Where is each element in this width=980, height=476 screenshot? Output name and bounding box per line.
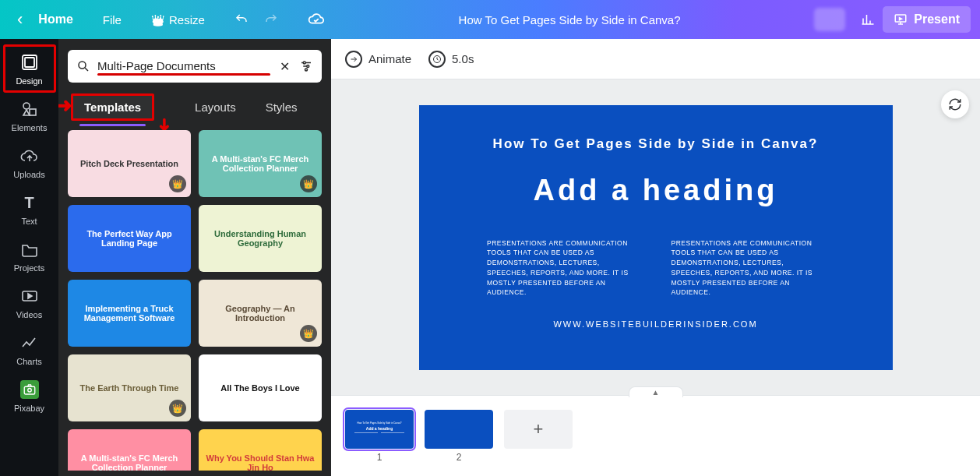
template-grid: Pitch Deck Presentation👑A Multi-stan's F… (68, 130, 322, 471)
pro-badge-icon: 👑 (300, 325, 317, 342)
cloud-sync-button[interactable] (300, 6, 333, 33)
template-card[interactable]: Implementing a Truck Management Software (68, 280, 191, 347)
rail-label: Charts (16, 357, 41, 366)
present-button[interactable]: Present (883, 6, 971, 33)
home-button[interactable]: Home (30, 8, 80, 31)
rail-projects[interactable]: Projects (4, 232, 55, 279)
page-thumb-1[interactable]: How To Get Pages Side by Side in Canva? … (345, 410, 414, 449)
chevron-left-icon (17, 11, 23, 28)
template-card[interactable]: All The Boys I Love (199, 354, 322, 421)
template-card[interactable]: The Earth Through Time👑 (68, 354, 191, 421)
chart-line-icon (20, 333, 39, 352)
rail-charts[interactable]: Charts (4, 326, 55, 372)
slide-footer-url[interactable]: WWW.WEBSITEBUILDERINSIDER.COM (553, 319, 757, 329)
filter-icon[interactable] (298, 58, 314, 74)
insights-button[interactable] (853, 8, 883, 31)
tab-templates[interactable]: Templates (71, 93, 154, 121)
add-page-button[interactable]: + (504, 410, 573, 449)
search-input[interactable] (97, 59, 245, 72)
redo-button[interactable] (256, 8, 286, 31)
template-title: The Perfect Way App Landing Page (72, 229, 186, 248)
template-card[interactable]: Why You Should Stan Hwa Jin Ho (199, 429, 322, 471)
template-search[interactable] (68, 50, 322, 83)
template-card[interactable]: A Multi-stan's FC Merch Collection Plann… (68, 429, 191, 471)
template-card[interactable]: Understanding Human Geography (199, 205, 322, 272)
template-title: A Multi-stan's FC Merch Collection Plann… (72, 453, 186, 471)
animate-button[interactable]: Animate (345, 51, 411, 68)
page-thumb-2[interactable] (425, 410, 493, 449)
rail-elements[interactable]: Elements (4, 92, 55, 139)
duration-label: 5.0s (452, 52, 474, 65)
shuffle-layout-button[interactable] (941, 90, 969, 118)
design-icon (20, 53, 39, 72)
present-label: Present (914, 12, 960, 26)
svg-rect-6 (24, 386, 35, 394)
rail-pixabay[interactable]: Pixabay (4, 372, 55, 419)
template-title: Geography — An Introduction (203, 304, 317, 323)
duration-button[interactable]: 5.0s (428, 51, 474, 68)
page-number-1: 1 (377, 452, 382, 463)
template-title: All The Boys I Love (220, 383, 299, 393)
slide-body-left[interactable]: PRESENTATIONS ARE COMMUNICATION TOOLS TH… (487, 238, 640, 298)
slide-body-columns[interactable]: PRESENTATIONS ARE COMMUNICATION TOOLS TH… (487, 238, 824, 298)
rail-design[interactable]: Design (4, 45, 55, 92)
rail-text[interactable]: T Text (4, 185, 55, 232)
top-header: Home File Resize How To Get Pages Side b… (0, 0, 980, 39)
canvas-stage[interactable]: How To Get Pages Side by Side in Canva? … (331, 79, 980, 395)
present-icon (894, 12, 908, 26)
clock-icon (428, 51, 446, 68)
slide-subtitle[interactable]: How To Get Pages Side by Side in Canva? (493, 136, 819, 152)
cloud-check-icon (308, 11, 325, 28)
svg-rect-2 (25, 58, 34, 67)
template-title: Pitch Deck Presentation (80, 159, 178, 168)
svg-point-3 (23, 103, 30, 109)
refresh-icon (948, 97, 962, 111)
slide[interactable]: How To Get Pages Side by Side in Canva? … (419, 105, 893, 370)
document-title[interactable]: How To Get Pages Side by Side in Canva? (333, 13, 806, 26)
page-strip: ▲ How To Get Pages Side by Side in Canva… (331, 395, 980, 476)
template-card[interactable]: Pitch Deck Presentation👑 (68, 130, 191, 197)
undo-button[interactable] (227, 8, 256, 31)
rail-label: Pixabay (14, 404, 44, 413)
search-icon (76, 58, 91, 74)
video-icon (20, 287, 39, 305)
rail-label: Text (21, 217, 37, 226)
slide-heading[interactable]: Add a heading (534, 174, 778, 207)
bar-chart-icon (861, 12, 875, 26)
back-button[interactable] (9, 6, 30, 33)
file-menu[interactable]: File (95, 9, 129, 31)
canvas-area: Animate 5.0s How To Get Pages Side by Si… (331, 39, 980, 476)
rail-label: Projects (14, 263, 45, 273)
text-icon: T (20, 193, 39, 212)
camera-icon (20, 380, 39, 399)
template-title: Why You Should Stan Hwa Jin Ho (203, 453, 317, 471)
svg-point-8 (79, 62, 86, 69)
design-panel: ➜ Templates ➜ Layouts Styles Pitch Deck … (58, 39, 331, 476)
tab-layouts[interactable]: Layouts (184, 96, 247, 118)
expand-strip-handle[interactable]: ▲ (629, 386, 683, 397)
redo-icon (264, 12, 278, 26)
animate-label: Animate (368, 52, 411, 65)
page-thumbnails: How To Get Pages Side by Side in Canva? … (345, 410, 966, 463)
svg-point-10 (307, 65, 309, 68)
resize-button[interactable]: Resize (143, 9, 213, 31)
page-number-2: 2 (457, 452, 462, 463)
clear-search-icon[interactable] (277, 58, 292, 74)
tab-styles[interactable]: Styles (255, 96, 308, 118)
rail-uploads[interactable]: Uploads (4, 139, 55, 185)
rail-label: Uploads (13, 170, 44, 179)
pro-badge-icon: 👑 (169, 400, 186, 417)
slide-body-right[interactable]: PRESENTATIONS ARE COMMUNICATION TOOLS TH… (672, 238, 824, 298)
template-title: Implementing a Truck Management Software (72, 304, 186, 323)
template-card[interactable]: The Perfect Way App Landing Page (68, 205, 191, 272)
panel-tabs: Templates ➜ Layouts Styles (71, 93, 319, 121)
canvas-toolbar: Animate 5.0s (331, 39, 980, 79)
crown-icon (151, 13, 164, 26)
rail-videos[interactable]: Videos (4, 279, 55, 326)
template-title: The Earth Through Time (80, 383, 179, 393)
template-card[interactable]: A Multi-stan's FC Merch Collection Plann… (199, 130, 322, 197)
avatar[interactable] (814, 8, 845, 31)
template-card[interactable]: Geography — An Introduction👑 (199, 280, 322, 347)
template-title: Understanding Human Geography (203, 229, 317, 248)
undo-icon (234, 12, 249, 26)
